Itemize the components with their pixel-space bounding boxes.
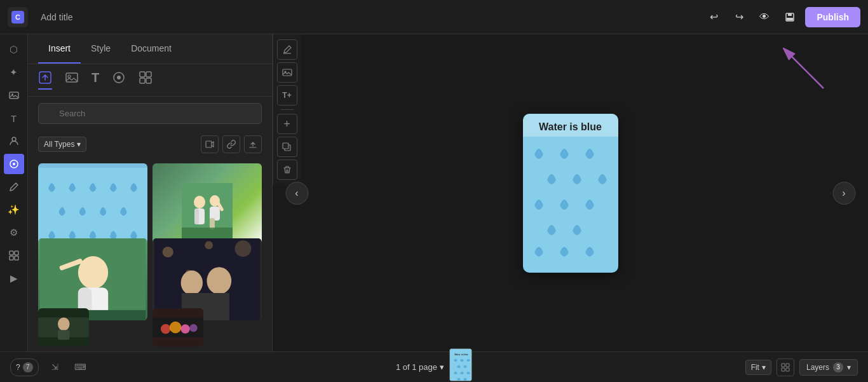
tab-document[interactable]: Document	[121, 34, 182, 64]
type-image[interactable]	[65, 71, 79, 90]
svg-text:C: C	[15, 13, 20, 21]
header-actions: ↩ ↪ 👁 Publish	[703, 7, 860, 27]
svg-rect-64	[786, 364, 789, 367]
bottom-bar: ? 7 ⇲ ⌨ 1 of 1 page ▾ Water is blue	[0, 351, 868, 382]
svg-point-9	[13, 163, 15, 165]
panel-tabs: Insert Style Document	[28, 34, 272, 64]
type-text[interactable]: T	[92, 71, 99, 90]
filter-row: All Types ▾	[28, 130, 272, 158]
view-link-button[interactable]	[222, 135, 240, 153]
search-input[interactable]	[38, 103, 262, 124]
svg-rect-19	[140, 72, 145, 77]
sidebar-settings[interactable]: ⚙	[4, 222, 24, 243]
tab-insert[interactable]: Insert	[38, 34, 81, 64]
svg-rect-65	[782, 368, 785, 371]
tab-style[interactable]: Style	[81, 34, 121, 64]
type-upload[interactable]	[38, 71, 52, 90]
sidebar-users[interactable]	[4, 131, 24, 151]
help-icon: ?	[16, 363, 20, 372]
svg-rect-3	[788, 13, 792, 16]
resize-button[interactable]: ⇲	[46, 358, 64, 376]
svg-rect-10	[10, 251, 13, 255]
insert-type-icons: T	[28, 64, 272, 97]
sidebar-magic[interactable]: ✨	[4, 200, 24, 220]
svg-rect-15	[66, 73, 78, 82]
save-button[interactable]	[780, 7, 800, 27]
canvas-wrapper: ‹ › Water is blue	[273, 34, 868, 351]
fill-tool-button[interactable]	[277, 39, 297, 60]
svg-point-52	[161, 324, 170, 334]
svg-point-54	[180, 324, 189, 333]
page-thumbnail[interactable]: Water is blue	[449, 348, 472, 381]
svg-point-6	[11, 93, 13, 95]
chevron-down-icon: ▾	[762, 363, 766, 372]
add-element-button[interactable]: +	[277, 114, 297, 134]
media-item-person[interactable]	[38, 308, 89, 346]
chevron-down-icon: ▾	[847, 363, 851, 372]
svg-rect-13	[15, 256, 18, 260]
svg-text:Water is blue: Water is blue	[454, 353, 468, 356]
sidebar-text[interactable]: T	[4, 108, 24, 128]
fit-dropdown[interactable]: Fit ▾	[745, 360, 771, 375]
svg-rect-22	[146, 78, 151, 83]
svg-point-7	[12, 137, 16, 141]
main-area: ⬡ ✦ T ✨ ⚙ ▶ Insert Style Document	[0, 34, 868, 351]
svg-point-41	[163, 247, 173, 257]
help-count: 7	[23, 362, 33, 372]
svg-point-46	[207, 267, 231, 294]
help-button[interactable]: ? 7	[10, 358, 39, 376]
text-add-button[interactable]: T+	[277, 85, 297, 106]
sidebar-media[interactable]	[4, 85, 24, 106]
chevron-down-icon: ▾	[440, 362, 444, 372]
arrow-annotation	[779, 41, 830, 94]
grid-view-button[interactable]	[776, 358, 794, 376]
sidebar-shapes[interactable]: ⬡	[4, 39, 24, 60]
sidebar-grid[interactable]	[4, 245, 24, 266]
next-page-button[interactable]: ›	[832, 182, 855, 205]
filter-label: All Types	[44, 140, 74, 149]
svg-rect-28	[194, 208, 199, 224]
svg-point-35	[78, 256, 108, 289]
publish-button[interactable]: Publish	[805, 7, 860, 27]
svg-rect-5	[10, 92, 18, 99]
delete-element-button[interactable]	[277, 160, 297, 180]
document-title[interactable]: Add title	[33, 12, 698, 22]
preview-button[interactable]: 👁	[754, 7, 775, 27]
sidebar-brand[interactable]	[4, 154, 24, 174]
layers-button[interactable]: Layers 3 ▾	[799, 359, 858, 376]
svg-rect-20	[146, 72, 151, 77]
keyboard-button[interactable]: ⌨	[72, 358, 90, 376]
media-item-flowers[interactable]	[153, 308, 203, 346]
filter-dropdown[interactable]: All Types ▾	[38, 137, 86, 152]
toolbar-divider	[281, 109, 294, 110]
svg-rect-12	[10, 256, 13, 260]
upload-button[interactable]	[244, 135, 262, 153]
card-container: Water is blue	[523, 114, 618, 273]
fit-label: Fit	[751, 363, 759, 372]
sidebar-pen[interactable]	[4, 177, 24, 197]
duplicate-button[interactable]	[277, 137, 297, 157]
redo-button[interactable]: ↪	[729, 7, 749, 27]
svg-rect-11	[15, 251, 18, 255]
svg-point-42	[235, 240, 252, 257]
type-grid[interactable]	[139, 71, 153, 90]
view-video-button[interactable]	[201, 135, 219, 153]
type-shapes[interactable]	[112, 71, 126, 90]
svg-rect-60	[283, 143, 288, 149]
header: C Add title ↩ ↪ 👁 Publish	[0, 0, 868, 34]
water-card[interactable]: Water is blue	[523, 114, 618, 273]
image-replace-button[interactable]	[277, 62, 297, 83]
prev-page-button[interactable]: ‹	[285, 182, 308, 205]
svg-rect-57	[283, 69, 292, 76]
sidebar-elements[interactable]: ✦	[4, 62, 24, 83]
app-logo: C	[8, 7, 28, 27]
sidebar-play[interactable]: ▶	[4, 268, 24, 289]
undo-button[interactable]: ↩	[703, 7, 724, 27]
media-item-kids[interactable]	[153, 163, 262, 245]
svg-rect-50	[58, 330, 70, 339]
svg-point-53	[170, 322, 182, 334]
page-info: 1 of 1 page ▾	[396, 362, 444, 372]
svg-point-18	[117, 76, 121, 79]
page-label: 1 of 1 page	[396, 362, 437, 372]
filter-icons	[201, 135, 262, 153]
